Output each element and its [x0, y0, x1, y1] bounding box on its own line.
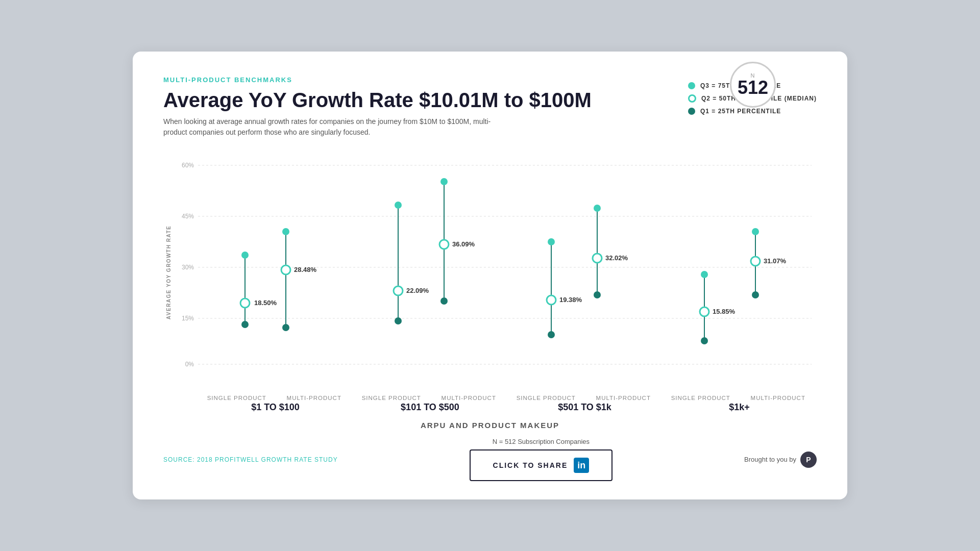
y-label-45: 45% — [182, 213, 194, 220]
g1-single-q2 — [240, 298, 250, 308]
brought-by-label: Brought to you by — [744, 456, 796, 463]
q2-dot — [688, 94, 696, 103]
g4-single-label: SINGLE PRODUCT — [662, 395, 740, 401]
g4-single-q2 — [700, 307, 709, 316]
n-count: N = 512 Subscription Companies — [493, 438, 590, 445]
main-card: Q3 = 75TH PERCENTILE Q2 = 50TH PERCENTIL… — [133, 52, 847, 499]
g3-single-q3 — [548, 238, 555, 245]
g1-multi-q1 — [282, 324, 289, 331]
g4-multi-q1 — [752, 291, 759, 298]
g3-multi-q2-label: 32.02% — [605, 254, 628, 262]
x-group-3: SINGLE PRODUCT MULTI-PRODUCT $501 TO $1k — [507, 395, 662, 413]
share-button-container: N = 512 Subscription Companies CLICK TO … — [470, 438, 612, 481]
n-badge: N 512 — [730, 62, 776, 108]
g2-multi-label: MULTI-PRODUCT — [430, 395, 508, 401]
g3-range: $501 TO $1k — [558, 402, 611, 413]
g2-single-q3 — [395, 202, 402, 209]
g2-range: $101 TO $500 — [401, 402, 459, 413]
g4-range: $1k+ — [729, 402, 750, 413]
brought-by-row: Brought to you by P — [744, 452, 817, 468]
y-label-15: 15% — [182, 315, 194, 322]
g4-multi-q2 — [751, 257, 760, 266]
q3-dot — [688, 82, 695, 89]
g1-single-q2-label: 18.50% — [254, 299, 277, 307]
g2-multi-q1 — [440, 297, 448, 305]
g3-single-q2 — [547, 295, 556, 305]
y-label-60: 60% — [182, 162, 194, 169]
g4-single-q3 — [701, 271, 708, 278]
g2-single-label: SINGLE PRODUCT — [353, 395, 430, 401]
share-button-text: CLICK TO SHARE — [493, 461, 568, 469]
g3-multi-label: MULTI-PRODUCT — [585, 395, 663, 401]
g1-single-q1 — [241, 321, 249, 328]
g3-multi-q3 — [594, 205, 601, 212]
y-axis-title: AVERAGE YOY GROWTH RATE — [166, 226, 172, 319]
chart-svg: AVERAGE YOY GROWTH RATE 60% 45% 30% 15% … — [163, 150, 817, 395]
g1-multi-q2 — [281, 265, 290, 274]
chart-container: AVERAGE YOY GROWTH RATE 60% 45% 30% 15% … — [163, 150, 817, 395]
legend-q1: Q1 = 25TH PERCENTILE — [688, 108, 817, 115]
n-count-text: N = 512 Subscription Companies — [493, 438, 590, 445]
x-group-2: SINGLE PRODUCT MULTI-PRODUCT $101 TO $50… — [353, 395, 507, 413]
g1-multi-q2-label: 28.48% — [294, 266, 317, 273]
g3-multi-q1 — [594, 291, 601, 298]
bottom-bar: SOURCE: 2018 PROFITWELL GROWTH RATE STUD… — [163, 438, 817, 481]
y-label-0: 0% — [185, 361, 194, 368]
linkedin-icon: in — [574, 458, 589, 473]
g3-single-q2-label: 19.38% — [559, 296, 582, 304]
g2-single-q2-label: 22.09% — [406, 287, 429, 294]
g1-single-q3 — [241, 252, 249, 259]
g3-multi-q2 — [593, 254, 602, 263]
g1-single-label: SINGLE PRODUCT — [198, 395, 276, 401]
source-label: SOURCE: 2018 PROFITWELL GROWTH RATE STUD… — [163, 456, 338, 463]
g1-multi-q3 — [282, 228, 289, 235]
g2-multi-q2-label: 36.09% — [452, 240, 475, 248]
g4-single-q1 — [701, 337, 708, 344]
g1-range: $1 TO $100 — [251, 402, 300, 413]
g3-single-q1 — [548, 331, 555, 338]
g4-multi-q3 — [752, 228, 759, 235]
y-label-30: 30% — [182, 264, 194, 271]
g2-multi-q2 — [439, 240, 449, 249]
n-badge-value: 512 — [738, 79, 768, 97]
brand-logo: P — [800, 452, 817, 468]
g4-multi-q2-label: 31.07% — [764, 257, 787, 265]
description: When looking at average annual growth ra… — [163, 116, 500, 138]
q1-label: Q1 = 25TH PERCENTILE — [700, 108, 781, 115]
x-group-4: SINGLE PRODUCT MULTI-PRODUCT $1k+ — [662, 395, 817, 413]
g3-single-label: SINGLE PRODUCT — [507, 395, 585, 401]
g4-single-q2-label: 15.85% — [713, 308, 736, 315]
g1-multi-label: MULTI-PRODUCT — [276, 395, 353, 401]
share-button[interactable]: CLICK TO SHARE in — [470, 449, 612, 481]
g2-multi-q3 — [440, 178, 448, 185]
x-group-1: SINGLE PRODUCT MULTI-PRODUCT $1 TO $100 — [198, 395, 353, 413]
arpu-label: ARPU AND PRODUCT MAKEUP — [163, 421, 817, 430]
q1-dot — [688, 108, 695, 115]
x-labels: SINGLE PRODUCT MULTI-PRODUCT $1 TO $100 … — [198, 395, 817, 413]
g2-single-q1 — [395, 317, 402, 324]
g4-multi-label: MULTI-PRODUCT — [740, 395, 817, 401]
g2-single-q2 — [394, 286, 403, 295]
